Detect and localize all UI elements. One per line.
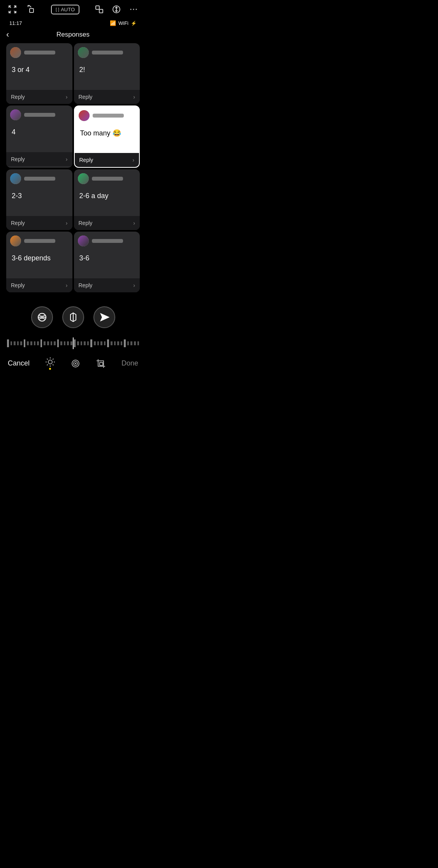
reply-label[interactable]: Reply xyxy=(11,156,25,162)
svg-rect-5 xyxy=(96,6,99,9)
card-footer[interactable]: Reply› xyxy=(74,278,140,292)
chevron-right-icon: › xyxy=(133,220,135,226)
reply-label[interactable]: Reply xyxy=(79,94,93,100)
chevron-right-icon: › xyxy=(66,94,68,100)
ruler-tick xyxy=(11,341,12,345)
wifi-icon: WiFi xyxy=(118,20,128,26)
chevron-right-icon: › xyxy=(133,282,135,288)
ruler-tick xyxy=(107,339,109,347)
ruler-tick xyxy=(111,341,113,345)
card-footer[interactable]: Reply› xyxy=(74,216,140,230)
brightness-icon[interactable] xyxy=(45,357,55,370)
ruler-tick xyxy=(51,341,53,345)
ruler-tick xyxy=(70,341,72,345)
ruler-tick xyxy=(77,341,79,345)
more-icon[interactable] xyxy=(127,3,140,16)
user-row xyxy=(10,235,69,246)
svg-point-9 xyxy=(133,9,134,10)
ruler-tick xyxy=(67,341,69,345)
back-button[interactable]: ‹ xyxy=(6,30,9,40)
reply-label[interactable]: Reply xyxy=(11,220,25,226)
reply-label[interactable]: Reply xyxy=(11,282,25,288)
response-text: 2-6 a day xyxy=(78,192,136,200)
compass-icon[interactable] xyxy=(110,3,123,16)
response-text: 3-6 depends xyxy=(10,254,69,262)
reply-label[interactable]: Reply xyxy=(79,157,93,163)
avatar xyxy=(78,47,89,58)
card-footer[interactable]: Reply› xyxy=(6,152,72,166)
response-card-5[interactable]: 2-3Reply› xyxy=(6,169,72,230)
ruler-tick xyxy=(57,339,59,347)
response-card-7[interactable]: 3-6 dependsReply› xyxy=(6,232,72,292)
ruler-tick xyxy=(137,341,139,345)
cancel-button[interactable]: Cancel xyxy=(8,359,30,367)
ruler-tick xyxy=(87,341,89,345)
avatar xyxy=(10,47,21,58)
crop-icon[interactable] xyxy=(96,358,106,369)
reply-label[interactable]: Reply xyxy=(79,220,93,226)
ruler-tick xyxy=(7,339,9,347)
ruler-tick xyxy=(90,339,92,347)
card-footer[interactable]: Reply› xyxy=(6,216,72,230)
svg-rect-4 xyxy=(30,9,33,12)
username-blurred xyxy=(24,51,55,54)
done-button[interactable]: Done xyxy=(121,359,138,367)
user-row xyxy=(10,173,69,184)
response-card-2[interactable]: 2!Reply› xyxy=(74,43,140,104)
reply-label[interactable]: Reply xyxy=(11,94,25,100)
bottom-section: // Will be rendered via JS below Cancel xyxy=(0,292,146,374)
response-card-4[interactable]: Too many 😂Reply› xyxy=(74,105,140,168)
ruler-tick xyxy=(74,339,76,347)
center-icon-button[interactable] xyxy=(62,306,84,328)
card-footer[interactable]: Reply› xyxy=(74,90,140,104)
chevron-right-icon: › xyxy=(66,220,68,226)
ruler-tick xyxy=(27,341,29,345)
ruler-tick xyxy=(34,341,36,345)
send-icon-button[interactable] xyxy=(93,306,115,328)
status-bar: 11:17 📶 WiFi ⚡ xyxy=(0,19,146,28)
username-blurred xyxy=(24,239,55,243)
response-card-8[interactable]: 3-6Reply› xyxy=(74,232,140,292)
username-blurred xyxy=(93,114,124,118)
response-card-6[interactable]: 2-6 a dayReply› xyxy=(74,169,140,230)
bottom-toolbar: Cancel xyxy=(0,352,146,374)
ruler-tick xyxy=(30,341,32,345)
reply-label[interactable]: Reply xyxy=(79,282,93,288)
toolbar-right xyxy=(93,3,140,16)
battery-icon: ⚡ xyxy=(131,21,137,26)
ruler-tick xyxy=(127,341,129,345)
ruler-tick xyxy=(44,341,46,345)
ruler-line: // Will be rendered via JS below xyxy=(6,337,140,349)
response-text: 4 xyxy=(10,128,69,136)
toolbar-left xyxy=(6,3,37,16)
rotate-icon[interactable] xyxy=(25,3,37,16)
effects-icon[interactable] xyxy=(70,358,81,369)
bottom-controls xyxy=(0,300,146,334)
ruler-tick xyxy=(130,341,132,345)
user-row xyxy=(10,109,69,120)
chevron-right-icon: › xyxy=(133,94,135,100)
expand-icon[interactable] xyxy=(6,3,19,16)
chevron-right-icon: › xyxy=(132,157,134,163)
username-blurred xyxy=(24,177,55,181)
auto-mode-badge[interactable]: AUTO xyxy=(51,5,79,14)
grid-icon-button[interactable] xyxy=(31,306,53,328)
ruler-tick xyxy=(94,341,96,345)
chevron-right-icon: › xyxy=(66,282,68,288)
svg-line-25 xyxy=(47,364,47,365)
ruler-tick xyxy=(47,341,49,345)
response-text: 2-3 xyxy=(10,192,69,200)
svg-line-24 xyxy=(53,359,53,360)
card-footer[interactable]: Reply› xyxy=(75,153,139,167)
svg-point-10 xyxy=(136,9,137,10)
ruler-tick xyxy=(134,341,136,345)
response-card-1[interactable]: 3 or 4Reply› xyxy=(6,43,72,104)
avatar xyxy=(78,173,89,184)
card-footer[interactable]: Reply› xyxy=(6,90,72,104)
overlay-icon[interactable] xyxy=(93,3,106,16)
top-toolbar: AUTO xyxy=(0,0,146,19)
card-footer[interactable]: Reply› xyxy=(6,278,72,292)
responses-grid: 3 or 4Reply›2!Reply›4Reply›Too many 😂Rep… xyxy=(0,43,146,292)
response-card-3[interactable]: 4Reply› xyxy=(6,105,72,168)
ruler-tick xyxy=(121,341,123,345)
